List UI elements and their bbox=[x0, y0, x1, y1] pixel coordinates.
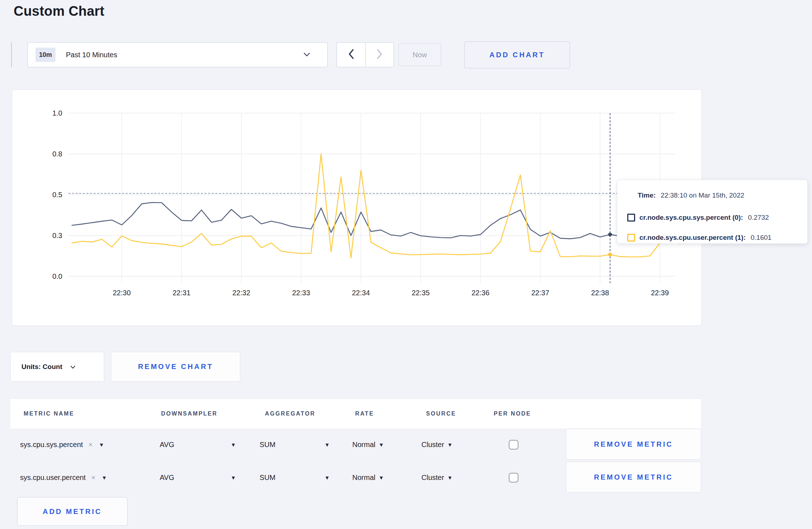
source-value: Cluster bbox=[421, 474, 444, 482]
downsampler-dropdown[interactable]: AVG ▼ bbox=[160, 429, 236, 460]
y-axis-tick-label: 1.0 bbox=[52, 109, 62, 117]
y-axis-tick-label: 0.0 bbox=[52, 272, 62, 280]
metrics-table-header: METRIC NAME DOWNSAMPLER AGGREGATOR RATE … bbox=[10, 399, 701, 428]
metric-name-dropdown[interactable]: sys.cpu.user.percent × ▼ bbox=[20, 462, 107, 493]
tooltip-series-label: cr.node.sys.cpu.sys.percent (0): bbox=[639, 214, 743, 222]
chevron-right-icon bbox=[377, 49, 382, 60]
table-row: sys.cpu.sys.percent × ▼ AVG ▼ SUM ▼ Norm… bbox=[10, 429, 701, 460]
dropdown-arrow-icon: ▼ bbox=[447, 475, 453, 480]
tooltip-time-label: Time: bbox=[638, 191, 656, 199]
aggregator-dropdown[interactable]: SUM ▼ bbox=[260, 462, 330, 493]
tooltip-series-value: 0.2732 bbox=[748, 214, 769, 222]
tooltip-series-label: cr.node.sys.cpu.user.percent (1): bbox=[639, 234, 746, 242]
series-swatch-user-icon bbox=[627, 234, 635, 242]
remove-chart-button[interactable]: REMOVE CHART bbox=[111, 352, 240, 382]
chevron-down-icon bbox=[303, 52, 310, 58]
y-axis-tick-label: 0.5 bbox=[52, 191, 62, 199]
rate-value: Normal bbox=[352, 474, 375, 482]
x-axis-tick-label: 22:34 bbox=[352, 289, 370, 297]
per-node-checkbox[interactable] bbox=[509, 473, 518, 482]
rate-dropdown[interactable]: Normal ▼ bbox=[352, 429, 384, 460]
rate-dropdown[interactable]: Normal ▼ bbox=[352, 462, 384, 493]
time-nav-group bbox=[337, 42, 394, 67]
now-button[interactable]: Now bbox=[398, 43, 441, 66]
units-dropdown[interactable]: Units: Count bbox=[10, 352, 104, 382]
dropdown-arrow-icon: ▼ bbox=[231, 442, 236, 447]
dropdown-arrow-icon: ▼ bbox=[102, 475, 107, 480]
col-header-rate: RATE bbox=[355, 411, 374, 417]
remove-metric-button[interactable]: REMOVE METRIC bbox=[566, 429, 701, 460]
x-axis-tick-label: 22:38 bbox=[591, 289, 609, 297]
x-axis-tick-label: 22:30 bbox=[113, 289, 131, 297]
toolbar-accent-line bbox=[11, 42, 12, 67]
hover-dot bbox=[608, 253, 612, 257]
time-back-button[interactable] bbox=[337, 42, 365, 67]
downsampler-value: AVG bbox=[160, 474, 174, 482]
source-dropdown[interactable]: Cluster ▼ bbox=[421, 462, 453, 493]
source-dropdown[interactable]: Cluster ▼ bbox=[421, 429, 453, 460]
downsampler-dropdown[interactable]: AVG ▼ bbox=[160, 462, 236, 493]
dropdown-arrow-icon: ▼ bbox=[324, 475, 330, 480]
metric-name-value: sys.cpu.sys.percent bbox=[20, 441, 83, 449]
col-header-source: SOURCE bbox=[426, 411, 456, 417]
metrics-table: METRIC NAME DOWNSAMPLER AGGREGATOR RATE … bbox=[10, 399, 701, 529]
add-metric-button[interactable]: ADD METRIC bbox=[17, 497, 127, 526]
source-value: Cluster bbox=[421, 441, 444, 449]
col-header-metric-name: METRIC NAME bbox=[24, 411, 74, 417]
add-chart-button[interactable]: ADD CHART bbox=[464, 42, 570, 68]
chart-tooltip: Time: 22:38:10 on Mar 15th, 2022 cr.node… bbox=[617, 180, 808, 244]
series-swatch-sys-icon bbox=[627, 214, 635, 222]
tooltip-time-row: Time: 22:38:10 on Mar 15th, 2022 bbox=[627, 191, 807, 200]
clear-metric-icon[interactable]: × bbox=[88, 440, 93, 449]
series-line bbox=[72, 203, 680, 239]
chart-card: 0.00.30.50.81.022:3022:3122:3222:3322:34… bbox=[12, 89, 702, 326]
x-axis-tick-label: 22:36 bbox=[472, 289, 489, 297]
timeseries-chart[interactable]: 0.00.30.50.81.022:3022:3122:3222:3322:34… bbox=[12, 90, 701, 325]
time-range-badge: 10m bbox=[35, 48, 55, 62]
chevron-left-icon bbox=[348, 49, 354, 60]
per-node-cell bbox=[509, 462, 518, 493]
per-node-checkbox[interactable] bbox=[509, 440, 518, 450]
series-line bbox=[72, 154, 680, 258]
dropdown-arrow-icon: ▼ bbox=[378, 475, 384, 480]
units-label: Units: Count bbox=[21, 363, 62, 371]
x-axis-tick-label: 22:35 bbox=[412, 289, 430, 297]
x-axis-tick-label: 22:32 bbox=[232, 289, 250, 297]
col-header-per-node: PER NODE bbox=[494, 411, 531, 417]
dropdown-arrow-icon: ▼ bbox=[231, 475, 236, 480]
col-header-downsampler: DOWNSAMPLER bbox=[161, 411, 217, 417]
aggregator-value: SUM bbox=[260, 474, 275, 482]
y-axis-tick-label: 0.3 bbox=[52, 232, 62, 239]
dropdown-arrow-icon: ▼ bbox=[447, 442, 453, 447]
tooltip-series-row: cr.node.sys.cpu.sys.percent (0): 0.2732 bbox=[627, 213, 807, 222]
downsampler-value: AVG bbox=[160, 441, 174, 449]
aggregator-dropdown[interactable]: SUM ▼ bbox=[260, 429, 330, 460]
col-header-aggregator: AGGREGATOR bbox=[265, 411, 315, 417]
x-axis-tick-label: 22:33 bbox=[292, 289, 310, 297]
time-range-label: Past 10 Minutes bbox=[66, 51, 117, 59]
hover-dot bbox=[608, 233, 612, 237]
aggregator-value: SUM bbox=[260, 441, 275, 449]
dropdown-arrow-icon: ▼ bbox=[99, 442, 104, 447]
remove-metric-button[interactable]: REMOVE METRIC bbox=[566, 462, 701, 492]
dropdown-arrow-icon: ▼ bbox=[378, 442, 384, 447]
x-axis-tick-label: 22:31 bbox=[173, 289, 190, 297]
x-axis-tick-label: 22:39 bbox=[651, 289, 669, 297]
metric-name-value: sys.cpu.user.percent bbox=[20, 474, 86, 482]
metric-name-dropdown[interactable]: sys.cpu.sys.percent × ▼ bbox=[20, 429, 104, 460]
tooltip-series-value: 0.1601 bbox=[751, 234, 772, 242]
tooltip-time-value: 22:38:10 on Mar 15th, 2022 bbox=[661, 191, 744, 199]
dropdown-arrow-icon: ▼ bbox=[324, 442, 330, 447]
table-row: sys.cpu.user.percent × ▼ AVG ▼ SUM ▼ Nor… bbox=[10, 462, 701, 493]
clear-metric-icon[interactable]: × bbox=[91, 473, 95, 482]
time-range-dropdown[interactable]: 10m Past 10 Minutes bbox=[28, 42, 328, 67]
per-node-cell bbox=[509, 429, 518, 460]
tooltip-series-row: cr.node.sys.cpu.user.percent (1): 0.1601 bbox=[627, 233, 807, 242]
page-title: Custom Chart bbox=[14, 4, 105, 19]
chevron-down-icon bbox=[70, 364, 76, 370]
time-forward-button[interactable] bbox=[365, 42, 394, 67]
rate-value: Normal bbox=[352, 441, 375, 449]
y-axis-tick-label: 0.8 bbox=[52, 150, 62, 158]
x-axis-tick-label: 22:37 bbox=[531, 289, 549, 297]
